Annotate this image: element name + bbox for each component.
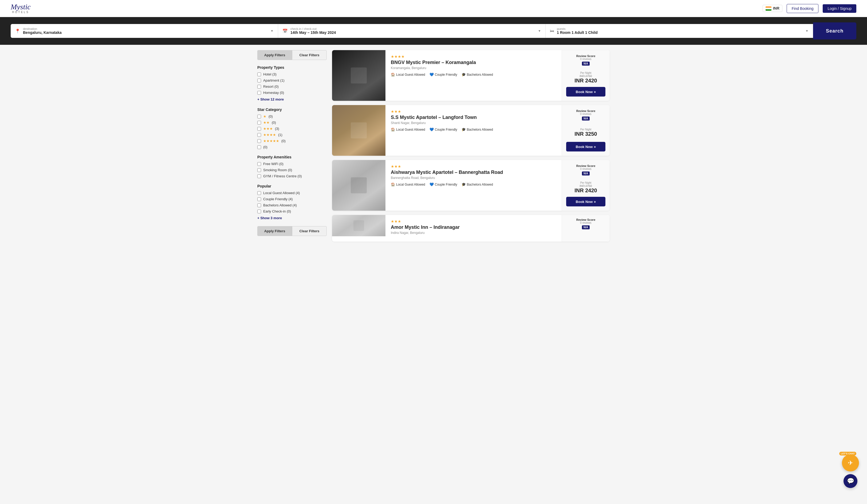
tag-bachelors-1: 🎓 Bachelors Allowed bbox=[461, 73, 493, 77]
login-signup-button[interactable]: Login / Signup bbox=[823, 4, 856, 13]
tag-local-guest-1: 🏠 Local Guest Allowed bbox=[391, 73, 425, 77]
filter-checkbox-5star[interactable] bbox=[257, 139, 261, 143]
hotel-price-2: Review Score 0 reviews N/A Per Night INR… bbox=[561, 105, 610, 156]
book-arrow-icon-2: » bbox=[594, 144, 596, 149]
book-arrow-icon-3: » bbox=[594, 199, 596, 204]
filter-item-apartment[interactable]: Apartment (1) bbox=[257, 78, 327, 83]
guests-label: guests bbox=[557, 27, 803, 30]
review-block-4: Review Score 0 reviews N/A bbox=[576, 218, 596, 229]
filter-checkbox-nostar[interactable] bbox=[257, 145, 261, 149]
hotel-tags-2: 🏠 Local Guest Allowed 💙 Couple Friendly … bbox=[391, 128, 556, 131]
filter-item-nostar[interactable]: (0) bbox=[257, 145, 327, 149]
apply-filters-button-top[interactable]: Apply Filters bbox=[257, 50, 292, 60]
header: Mystic HOTELS INR Find Booking Login / S… bbox=[0, 0, 867, 17]
filter-item-local-guest[interactable]: Local Guest Allowed (4) bbox=[257, 191, 327, 195]
filter-item-couple[interactable]: Couple Friendly (4) bbox=[257, 197, 327, 201]
hotel-info-2: ★★★ S.S Mystic Apartotel – Langford Town… bbox=[385, 105, 561, 156]
filter-item-gym[interactable]: GYM / Fitness Centre (0) bbox=[257, 174, 327, 178]
hotel-price-1: Review Score 0 reviews N/A Per Night INR… bbox=[561, 50, 610, 101]
local-guest-icon-2: 🏠 bbox=[391, 128, 395, 131]
hotel-stars-2: ★★★ bbox=[391, 109, 556, 113]
show-more-popular[interactable]: + Show 3 more bbox=[257, 216, 282, 220]
popular-title: Popular bbox=[257, 184, 327, 188]
filter-item-homestay[interactable]: Homestay (0) bbox=[257, 91, 327, 95]
filter-checkbox-4star[interactable] bbox=[257, 133, 261, 137]
popular-section: Popular Local Guest Allowed (4) Couple F… bbox=[257, 184, 327, 220]
filter-checkbox-couple[interactable] bbox=[257, 197, 261, 201]
filter-checkbox-apartment[interactable] bbox=[257, 79, 261, 83]
book-now-button-3[interactable]: Book Now » bbox=[566, 197, 606, 206]
destination-field[interactable]: 📍 destination Bengaluru, Karnataka ▼ bbox=[11, 24, 278, 38]
calendar-icon: 📅 bbox=[282, 29, 288, 34]
bachelors-icon-3: 🎓 bbox=[461, 183, 466, 186]
filter-item-resort[interactable]: Resort (0) bbox=[257, 85, 327, 89]
header-right: INR Find Booking Login / Signup bbox=[763, 4, 856, 13]
review-count-4: 0 reviews bbox=[576, 221, 596, 224]
checkin-field[interactable]: 📅 check-in / check-out 14th May – 15th M… bbox=[278, 24, 546, 38]
guests-field[interactable]: 🛏 guests 1 Room 1 Adult 1 Child ▼ bbox=[546, 24, 813, 38]
filter-checkbox-local-guest[interactable] bbox=[257, 191, 261, 195]
filter-checkbox-1star[interactable] bbox=[257, 115, 261, 118]
filter-item-5star[interactable]: ★★★★★ (0) bbox=[257, 139, 327, 143]
tag-couple-1: 💙 Couple Friendly bbox=[429, 73, 457, 77]
property-types-section: Property Types Hotel (3) Apartment (1) R… bbox=[257, 65, 327, 102]
currency-selector[interactable]: INR bbox=[763, 5, 782, 12]
search-button[interactable]: Search bbox=[813, 22, 856, 40]
filter-item-bachelors[interactable]: Bachelors Allowed (4) bbox=[257, 203, 327, 207]
svg-rect-3 bbox=[353, 220, 364, 231]
hotel-name-4: Amor Mystic Inn – Indiranagar bbox=[391, 224, 556, 230]
filter-item-3star[interactable]: ★★★ (3) bbox=[257, 127, 327, 131]
hotel-image-1 bbox=[332, 50, 385, 101]
star-category-section: Star Category ★ (0) ★★ (0) ★★★ (3) ★★★★ … bbox=[257, 108, 327, 149]
filter-checkbox-2star[interactable] bbox=[257, 121, 261, 124]
amenities-title: Property Amenities bbox=[257, 155, 327, 159]
destination-chevron-down-icon: ▼ bbox=[270, 29, 274, 33]
filter-item-wifi[interactable]: Free WiFi (0) bbox=[257, 162, 327, 166]
destination-content: destination Bengaluru, Karnataka bbox=[23, 27, 268, 35]
show-more-property-types[interactable]: + Show 12 more bbox=[257, 97, 284, 101]
book-now-button-1[interactable]: Book Now » bbox=[566, 87, 606, 97]
property-types-title: Property Types bbox=[257, 65, 327, 69]
hotel-info-3: ★★★ Aishwarya Mystic Apartotel – Bannerg… bbox=[385, 160, 561, 211]
hotel-name-3: Aishwarya Mystic Apartotel – Bannerghatt… bbox=[391, 169, 556, 175]
filter-checkbox-gym[interactable] bbox=[257, 174, 261, 178]
couple-icon-2: 💙 bbox=[429, 128, 434, 131]
hotel-name-1: BNGV Mystic Premier – Koramangala bbox=[391, 60, 556, 65]
filter-item-early-checkin[interactable]: Early Check-in (0) bbox=[257, 209, 327, 213]
filter-checkbox-wifi[interactable] bbox=[257, 162, 261, 166]
filter-checkbox-homestay[interactable] bbox=[257, 91, 261, 95]
find-booking-button[interactable]: Find Booking bbox=[786, 4, 819, 13]
logo-main: Mystic bbox=[11, 3, 31, 11]
review-count-2: 0 reviews bbox=[576, 112, 596, 116]
filter-item-4star[interactable]: ★★★★ (1) bbox=[257, 133, 327, 137]
per-night-3: Per Night bbox=[575, 181, 597, 184]
filter-item-hotel[interactable]: Hotel (3) bbox=[257, 72, 327, 76]
search-bar: 📍 destination Bengaluru, Karnataka ▼ 📅 c… bbox=[0, 17, 867, 45]
filter-checkbox-3star[interactable] bbox=[257, 127, 261, 131]
local-guest-icon-3: 🏠 bbox=[391, 183, 395, 186]
current-price-1: INR 2420 bbox=[575, 78, 597, 84]
na-badge-4: N/A bbox=[582, 225, 590, 229]
filter-checkbox-bachelors[interactable] bbox=[257, 204, 261, 207]
hotel-image-3 bbox=[332, 160, 385, 211]
clear-filters-button-top[interactable]: Clear Filters bbox=[292, 50, 327, 60]
filter-checkbox-hotel[interactable] bbox=[257, 73, 261, 76]
bachelors-icon-2: 🎓 bbox=[461, 128, 466, 131]
hotel-card-3: ★★★ Aishwarya Mystic Apartotel – Bannerg… bbox=[332, 160, 610, 211]
apply-filters-button-bottom[interactable]: Apply Filters bbox=[257, 226, 292, 236]
svg-rect-2 bbox=[351, 177, 367, 193]
filter-checkbox-early-checkin[interactable] bbox=[257, 210, 261, 213]
currency-label: INR bbox=[773, 6, 780, 10]
filter-item-1star[interactable]: ★ (0) bbox=[257, 114, 327, 118]
filter-checkbox-resort[interactable] bbox=[257, 85, 261, 89]
book-now-button-2[interactable]: Book Now » bbox=[566, 142, 606, 152]
clear-filters-button-bottom[interactable]: Clear Filters bbox=[292, 226, 327, 236]
price-block-1: Per Night INR 2750 INR 2420 bbox=[575, 69, 597, 84]
na-badge-2: N/A bbox=[582, 117, 590, 121]
hotel-info-4: ★★★ Amor Mystic Inn – Indiranagar Indira… bbox=[385, 215, 561, 242]
hotel-stars-4: ★★★ bbox=[391, 219, 556, 223]
filter-checkbox-smoking[interactable] bbox=[257, 168, 261, 172]
original-price-3: INR 2750 bbox=[575, 184, 597, 187]
filter-item-smoking[interactable]: Smoking Room (0) bbox=[257, 168, 327, 172]
filter-item-2star[interactable]: ★★ (0) bbox=[257, 121, 327, 124]
